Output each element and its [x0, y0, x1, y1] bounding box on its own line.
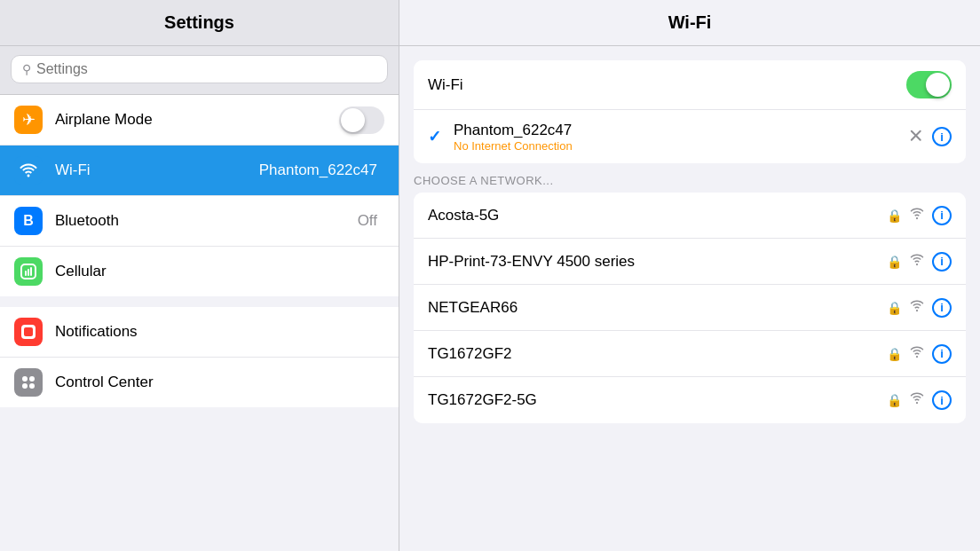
sidebar-item-wifi[interactable]: Wi-Fi Phantom_622c47: [0, 146, 399, 196]
sidebar-item-notifications[interactable]: Notifications: [0, 307, 399, 358]
wifi-toggle-section: Wi-Fi ✓ Phantom_622c47 No Internet Conne…: [414, 60, 966, 163]
sidebar-item-cellular[interactable]: Cellular: [0, 247, 399, 296]
connected-network-info: Phantom_622c47 No Internet Connection: [454, 122, 905, 153]
main-panel: Wi-Fi Wi-Fi ✓ Phantom_622c47 No Internet…: [399, 0, 980, 551]
svg-rect-5: [24, 327, 33, 336]
info-btn-hp[interactable]: i: [932, 252, 952, 272]
sidebar: Settings ⚲ ✈ Airplane Mode: [0, 0, 399, 551]
network-item-tg[interactable]: TG1672GF2 🔒 i: [414, 331, 966, 377]
checkmark-icon: ✓: [428, 127, 441, 146]
cellular-label: Cellular: [55, 263, 384, 280]
network-icons-netgear: 🔒 i: [887, 298, 952, 318]
network-name-tg: TG1672GF2: [428, 345, 887, 363]
network-name-tg5g: TG1672GF2-5G: [428, 391, 887, 409]
network-icons-tg: 🔒 i: [887, 344, 952, 364]
network-item-hp[interactable]: HP-Print-73-ENVY 4500 series 🔒 i: [414, 239, 966, 285]
bluetooth-label: Bluetooth: [55, 212, 358, 230]
sidebar-item-control-center[interactable]: Control Center: [0, 358, 399, 407]
network-item-tg5g[interactable]: TG1672GF2-5G 🔒 i: [414, 377, 966, 423]
airplane-mode-label: Airplane Mode: [55, 111, 339, 129]
cellular-icon: [14, 257, 43, 286]
choose-network-header: CHOOSE A NETWORK...: [399, 163, 980, 193]
wifi-signal-netgear: [909, 300, 925, 316]
network-item-netgear[interactable]: NETGEAR66 🔒 i: [414, 285, 966, 331]
lock-icon-hp: 🔒: [887, 255, 902, 269]
settings-group-2: Notifications Control Center: [0, 307, 399, 407]
panel-header: Wi-Fi: [399, 0, 980, 46]
group-separator-1: [0, 296, 399, 307]
lock-icon-acosta: 🔒: [887, 209, 902, 223]
sidebar-item-bluetooth[interactable]: B Bluetooth Off: [0, 196, 399, 247]
panel-content: Wi-Fi ✓ Phantom_622c47 No Internet Conne…: [399, 46, 980, 551]
control-center-icon: [14, 368, 43, 397]
network-icons-acosta: 🔒 i: [887, 206, 952, 225]
connected-network-status: No Internet Connection: [454, 139, 905, 153]
network-icons-hp: 🔒 i: [887, 252, 952, 272]
sidebar-header: Settings: [0, 0, 399, 46]
wifi-signal-acosta: [909, 208, 925, 224]
settings-group-1: ✈ Airplane Mode Wi-Fi Phantom_622c47 B: [0, 95, 399, 296]
sidebar-title: Settings: [14, 12, 384, 33]
network-name-netgear: NETGEAR66: [428, 299, 887, 317]
svg-point-7: [29, 376, 35, 382]
search-bar-container: ⚲: [0, 46, 399, 95]
lock-icon-tg5g: 🔒: [887, 393, 902, 407]
search-bar: ⚲: [11, 55, 388, 83]
bluetooth-value: Off: [358, 212, 377, 230]
connected-network-info-btn[interactable]: i: [932, 127, 952, 146]
wifi-current-network: Phantom_622c47: [259, 161, 377, 179]
info-btn-tg[interactable]: i: [932, 344, 952, 364]
wifi-label: Wi-Fi: [55, 161, 259, 179]
sidebar-item-airplane-mode[interactable]: ✈ Airplane Mode: [0, 95, 399, 146]
wifi-main-toggle[interactable]: [906, 71, 952, 98]
wifi-toggle-row: Wi-Fi: [414, 60, 966, 110]
wifi-toggle-knob: [926, 73, 950, 97]
wifi-main-label: Wi-Fi: [428, 76, 906, 94]
wifi-signal-tg: [909, 346, 925, 362]
connected-network-name: Phantom_622c47: [454, 122, 905, 139]
airplane-mode-toggle-knob: [341, 108, 365, 132]
network-list: Acosta-5G 🔒 i HP-Print-: [414, 193, 966, 423]
lock-icon-netgear: 🔒: [887, 301, 902, 315]
airplane-mode-icon: ✈: [14, 106, 43, 134]
network-name-acosta: Acosta-5G: [428, 207, 887, 224]
bluetooth-icon: B: [14, 207, 43, 235]
wifi-signal-hp: [909, 254, 925, 270]
svg-point-8: [22, 383, 28, 389]
network-icons-tg5g: 🔒 i: [887, 390, 952, 410]
airplane-mode-toggle[interactable]: [339, 106, 384, 134]
network-item-acosta[interactable]: Acosta-5G 🔒 i: [414, 193, 966, 239]
notifications-label: Notifications: [55, 323, 384, 341]
network-name-hp: HP-Print-73-ENVY 4500 series: [428, 253, 887, 271]
control-center-label: Control Center: [55, 374, 384, 391]
lock-icon-tg: 🔒: [887, 347, 902, 361]
connected-network-icons: i: [905, 126, 952, 148]
info-btn-acosta[interactable]: i: [932, 206, 952, 225]
svg-point-9: [29, 383, 35, 389]
search-icon: ⚲: [22, 62, 31, 76]
info-btn-tg5g[interactable]: i: [932, 390, 952, 410]
panel-title: Wi-Fi: [421, 12, 959, 33]
search-input[interactable]: [36, 61, 376, 77]
connected-network-row[interactable]: ✓ Phantom_622c47 No Internet Connection …: [414, 110, 966, 163]
notifications-icon: [14, 318, 43, 346]
wifi-signal-tg5g: [909, 392, 925, 408]
svg-point-6: [22, 376, 28, 382]
info-btn-netgear[interactable]: i: [932, 298, 952, 318]
wifi-icon: [14, 156, 43, 185]
